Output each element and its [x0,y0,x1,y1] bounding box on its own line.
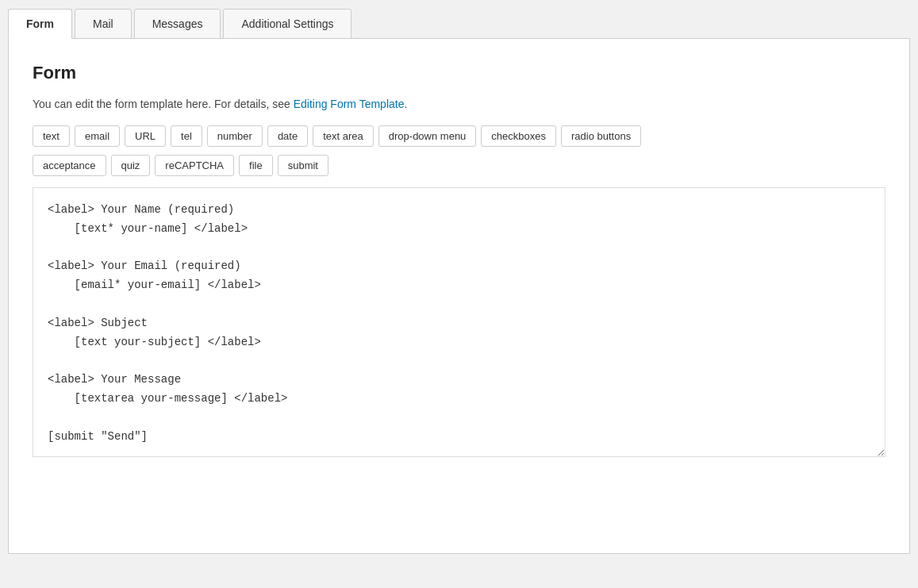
description-text-after: . [404,98,407,110]
tab-form[interactable]: Form [8,9,72,39]
tag-btn-submit[interactable]: submit [278,155,328,176]
tab-additional-settings[interactable]: Additional Settings [223,9,351,39]
tab-messages[interactable]: Messages [134,9,221,39]
section-title: Form [33,63,885,83]
tag-btn-url[interactable]: URL [125,125,166,147]
tag-btn-acceptance[interactable]: acceptance [33,155,106,176]
tag-btn-text[interactable]: text [33,125,70,147]
tabs-bar: Form Mail Messages Additional Settings [8,8,910,38]
tag-btn-checkboxes[interactable]: checkboxes [481,125,556,147]
tag-btn-tel[interactable]: tel [171,125,202,147]
tag-buttons-row: text email URL tel number date text area… [33,125,885,147]
tag-btn-dropdown[interactable]: drop-down menu [378,125,477,147]
tag-btn-email[interactable]: email [75,125,120,147]
tag-btn-number[interactable]: number [207,125,263,147]
description: You can edit the form template here. For… [33,96,885,113]
tag-btn-textarea[interactable]: text area [313,125,374,147]
tag-btn-quiz[interactable]: quiz [111,155,151,176]
tag-btn-date[interactable]: date [267,125,308,147]
form-code-editor[interactable] [33,187,885,457]
tag-btn-radio[interactable]: radio buttons [561,125,641,147]
tag-btn-recaptcha[interactable]: reCAPTCHA [155,155,234,176]
tag-buttons-row2: acceptance quiz reCAPTCHA file submit [33,155,885,176]
editing-form-template-link[interactable]: Editing Form Template [294,98,405,110]
tag-btn-file[interactable]: file [239,155,273,176]
tab-mail[interactable]: Mail [75,9,132,39]
description-text-before: You can edit the form template here. For… [33,98,294,110]
content-area: Form You can edit the form template here… [8,38,910,554]
